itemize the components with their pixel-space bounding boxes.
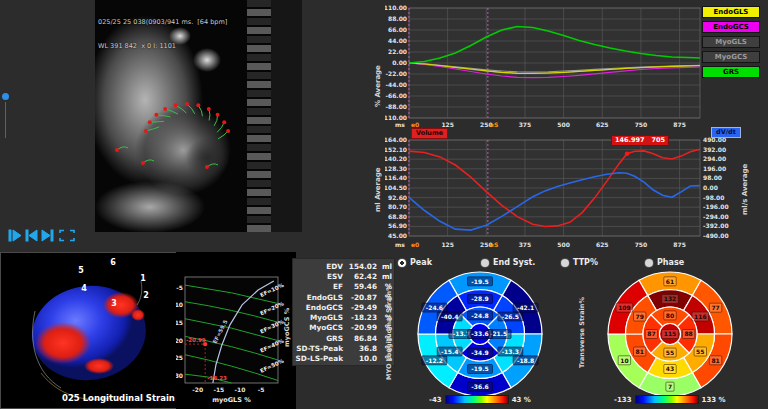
y-tick: -15 [176, 319, 183, 326]
svg-text:0.00: 0.00 [703, 184, 718, 191]
y-tick: -10 [176, 301, 183, 308]
model-caption: 025 Longitudinal Strain [62, 393, 178, 403]
y-tick-labels: 110.0088.0066.0044.0022.000.00-22.00-44.… [385, 4, 407, 121]
radio-dot[interactable] [398, 259, 406, 267]
volume-dvdt-chart[interactable]: 164.00152.10140.20128.30116.40104.5092.6… [385, 126, 768, 254]
legend-item-grs[interactable]: GRS [702, 66, 760, 78]
segment-number: 5 [78, 266, 84, 275]
mri-viewport[interactable]: 025/25 25 038(0903/941 ms. [64 bpm] WL 3… [95, 0, 302, 232]
svg-text:140.20: 140.20 [385, 155, 407, 162]
x-axis-title: myoGLS % [212, 396, 251, 404]
volume-button[interactable]: Volume [411, 128, 448, 139]
measurement-value: -29.49 [343, 303, 377, 312]
legend-item-endogcs[interactable]: EndoGCS [702, 21, 760, 33]
bullseye-left-label: MYO Longitudinal Strain% [385, 266, 393, 398]
measurement-value: -20.87 [343, 293, 377, 302]
playback-controls[interactable] [8, 228, 78, 243]
play-icon[interactable] [9, 230, 21, 241]
segment-value: -33.6 [468, 330, 493, 339]
svg-text:-19.5: -19.5 [471, 365, 488, 372]
segment-value: 80 [664, 311, 676, 320]
svg-text:-392.00: -392.00 [703, 222, 729, 229]
radio-peak[interactable]: Peak [398, 258, 432, 267]
strain-3d-view[interactable]: 123456 [0, 252, 178, 409]
measurement-row-myogcs: MyoGCS-20.99% [295, 323, 392, 333]
segment-value: 109 [616, 303, 633, 312]
jet-colorbar [445, 395, 509, 404]
svg-text:-88.00: -88.00 [386, 103, 407, 110]
svg-text:55: 55 [696, 348, 704, 355]
svg-text:92.60: 92.60 [388, 194, 407, 201]
radio-dot[interactable] [645, 259, 653, 267]
radio-end-syst-[interactable]: End Syst. [481, 258, 535, 267]
svg-text:79: 79 [636, 313, 644, 320]
segment-value: 10 [618, 356, 630, 365]
fullscreen-icon[interactable] [60, 231, 74, 241]
x-tick: -5 [258, 386, 265, 393]
legend-item-myogcs[interactable]: MyoGCS [702, 51, 760, 63]
measurement-value: 154.02 [343, 262, 377, 271]
frame-slider-handle[interactable] [2, 93, 9, 100]
svg-text:-15.4: -15.4 [441, 348, 458, 355]
frame-slider-track[interactable] [5, 102, 6, 138]
ef-nomogram-plot[interactable]: -5-10-15-20-25-30-20-15-10-5myoGLS %EF=1… [176, 252, 296, 409]
measurement-value: 86.84 [343, 334, 377, 343]
segment-value: 7 [666, 382, 674, 391]
jet-colorbar [635, 395, 699, 404]
svg-text:294.00: 294.00 [703, 155, 726, 162]
svg-text:-22.00: -22.00 [386, 70, 407, 77]
x-tick: -20 [192, 386, 203, 393]
legend-item-myogls[interactable]: MyoGLS [702, 36, 760, 48]
svg-text:22.00: 22.00 [388, 48, 407, 55]
measurement-label: SD-LS-Peak [295, 354, 343, 363]
svg-text:500: 500 [557, 241, 570, 248]
radio-phase[interactable]: Phase [645, 258, 684, 267]
y-tick-labels: 164.00152.10140.20128.30116.40104.5092.6… [385, 136, 407, 239]
segment-number: 2 [143, 291, 149, 300]
svg-text:109: 109 [618, 304, 631, 311]
right-tick-labels: 490.00392.00294.00196.0098.000.00-98.00-… [703, 136, 729, 239]
radio-ttp-[interactable]: TTP% [561, 258, 598, 267]
radio-dot[interactable] [561, 259, 569, 267]
scale-min: -43 [429, 396, 442, 404]
segment-number: 6 [110, 258, 116, 267]
phase-marker-label: e0 [411, 241, 419, 248]
measurement-value: 10.0 [343, 354, 377, 363]
segment-value: -28.9 [468, 295, 493, 304]
svg-text:-24.8: -24.8 [471, 312, 488, 319]
heart-3d-model[interactable]: 123456 [1, 253, 177, 408]
measurement-value: -18.23 [343, 313, 377, 322]
segment-value: 81 [634, 347, 646, 356]
svg-text:81: 81 [711, 357, 719, 364]
transverse-bullseye[interactable]: 6177817101091321165543817980885587115 [600, 265, 740, 399]
segment-value: 88 [682, 330, 694, 339]
segment-number: 1 [140, 274, 146, 283]
next-frame-icon[interactable] [42, 230, 53, 241]
bullseye-right-label: Transverse Strain% [578, 283, 586, 383]
legend-item-endogls[interactable]: EndoGLS [702, 6, 760, 18]
svg-text:-40.4: -40.4 [441, 313, 458, 320]
previous-frame-icon[interactable] [26, 230, 37, 241]
cardiac-strain-workstation: 025/25 25 038(0903/941 ms. [64 bpm] WL 3… [0, 0, 768, 409]
measurement-value: 59.46 [343, 282, 377, 291]
segment-value: -24.8 [468, 311, 493, 320]
svg-text:-42.1: -42.1 [517, 304, 534, 311]
svg-text:-294.00: -294.00 [703, 213, 729, 220]
longitudinal-bullseye[interactable]: -19.5-42.1-18.8-36.6-12.2-24.6-28.9-26.5… [410, 265, 550, 399]
radio-dot[interactable] [481, 259, 489, 267]
svg-text:115: 115 [664, 330, 677, 337]
segment-value: -40.4 [437, 312, 462, 321]
svg-text:-33.6: -33.6 [471, 330, 488, 337]
x-tick: -15 [213, 386, 224, 393]
nomogram-y-axis-label: myoGCS % [283, 298, 291, 356]
svg-text:0.00: 0.00 [392, 59, 407, 66]
segment-value: 61 [664, 277, 676, 286]
dvdt-button[interactable]: dV/dt [711, 127, 741, 138]
selected-data-point[interactable] [625, 151, 630, 156]
svg-text:-66.00: -66.00 [386, 92, 407, 99]
svg-text:104.50: 104.50 [385, 184, 407, 191]
svg-text:-44.00: -44.00 [386, 81, 407, 88]
volume-point-tooltip: 146.997 705 [611, 135, 669, 146]
svg-text:-13.3: -13.3 [502, 348, 519, 355]
mri-overlay-line2: WL 391 842 x 0 I: 1101 [98, 42, 227, 50]
